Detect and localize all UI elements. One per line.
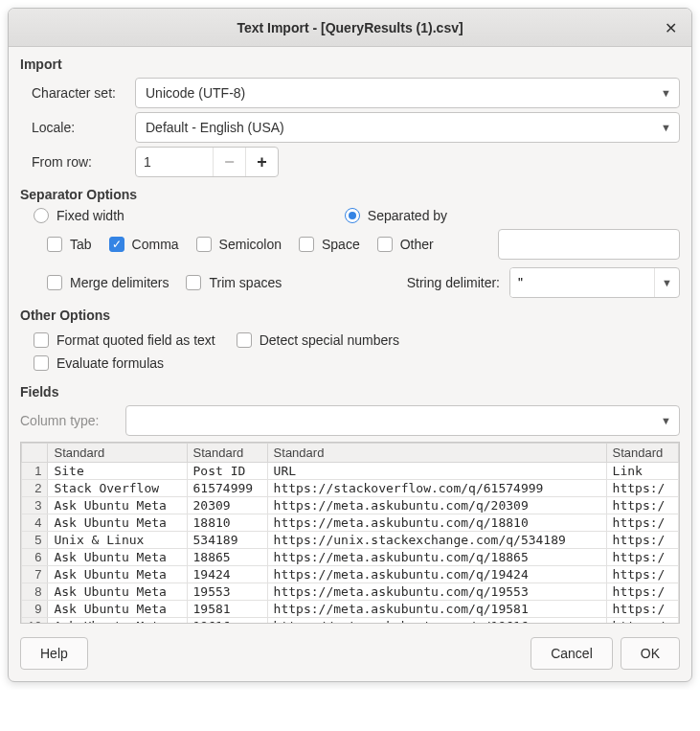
cell[interactable]: Ask Ubuntu Meta — [48, 601, 187, 618]
chevron-down-icon: ▼ — [661, 415, 671, 426]
preview-grid[interactable]: StandardStandardStandardStandard1SitePos… — [20, 442, 680, 624]
cell[interactable]: 534189 — [187, 532, 267, 549]
chevron-down-icon: ▼ — [661, 122, 671, 133]
cell[interactable]: https:/ — [606, 566, 678, 583]
locale-select[interactable]: Default - English (USA) ▼ — [135, 112, 680, 143]
table-row[interactable]: 10Ask Ubuntu Meta19616https://meta.askub… — [22, 618, 679, 625]
cell[interactable]: 19616 — [187, 618, 267, 625]
cell[interactable]: https:/ — [606, 583, 678, 601]
column-header[interactable]: Standard — [267, 444, 606, 463]
cell[interactable]: https:/ — [606, 549, 678, 566]
check-comma[interactable]: Comma — [109, 237, 179, 252]
cell[interactable]: Ask Ubuntu Meta — [48, 549, 187, 566]
column-type-select[interactable]: ▼ — [125, 405, 680, 436]
cell[interactable]: Ask Ubuntu Meta — [48, 583, 187, 601]
check-semicolon[interactable]: Semicolon — [196, 237, 282, 252]
string-delimiter-combo[interactable]: ▼ — [509, 267, 680, 298]
cell[interactable]: https://unix.stackexchange.com/q/534189 — [267, 532, 606, 549]
locale-value: Default - English (USA) — [146, 120, 284, 135]
titlebar: Text Import - [QueryResults (1).csv] ✕ — [9, 9, 691, 47]
table-row[interactable]: 1SitePost IDURLLink — [22, 463, 679, 480]
other-separator-input[interactable] — [498, 229, 680, 260]
checkbox-icon — [34, 332, 49, 348]
check-other[interactable]: Other — [377, 237, 434, 252]
cell[interactable]: https://meta.askubuntu.com/q/20309 — [267, 497, 606, 514]
radio-icon — [345, 208, 360, 223]
cell[interactable]: 19424 — [187, 566, 267, 583]
cell[interactable]: Ask Ubuntu Meta — [48, 497, 187, 514]
cell[interactable]: https://meta.askubuntu.com/q/19616 — [267, 618, 606, 625]
cell[interactable]: https:/ — [606, 480, 678, 497]
check-trim-spaces[interactable]: Trim spaces — [186, 275, 282, 290]
column-header[interactable]: Standard — [606, 444, 678, 463]
cell[interactable]: https:/ — [606, 514, 678, 532]
table-row[interactable]: 9Ask Ubuntu Meta19581https://meta.askubu… — [22, 601, 679, 618]
table-row[interactable]: 8Ask Ubuntu Meta19553https://meta.askubu… — [22, 583, 679, 601]
minus-icon[interactable]: − — [213, 148, 245, 176]
table-row[interactable]: 5Unix & Linux534189https://unix.stackexc… — [22, 532, 679, 549]
check-detect-special[interactable]: Detect special numbers — [237, 332, 399, 348]
chevron-down-icon[interactable]: ▼ — [654, 268, 679, 297]
cancel-button[interactable]: Cancel — [531, 637, 613, 670]
section-fields-heading: Fields — [20, 384, 680, 400]
table-row[interactable]: 2Stack Overflow61574999https://stackover… — [22, 480, 679, 497]
table-row[interactable]: 3Ask Ubuntu Meta20309https://meta.askubu… — [22, 497, 679, 514]
row-number: 10 — [22, 618, 48, 625]
cell[interactable]: Unix & Linux — [48, 532, 187, 549]
cell[interactable]: https://meta.askubuntu.com/q/19424 — [267, 566, 606, 583]
table-row[interactable]: 4Ask Ubuntu Meta18810https://meta.askubu… — [22, 514, 679, 532]
cell[interactable]: https:/ — [606, 497, 678, 514]
row-number: 3 — [22, 497, 48, 514]
cell[interactable]: https://meta.askubuntu.com/q/18865 — [267, 549, 606, 566]
cell[interactable]: Ask Ubuntu Meta — [48, 618, 187, 625]
cell[interactable]: https:/ — [606, 601, 678, 618]
column-header[interactable]: Standard — [48, 444, 187, 463]
cell[interactable]: https://meta.askubuntu.com/q/19553 — [267, 583, 606, 601]
cell[interactable]: Stack Overflow — [48, 480, 187, 497]
radio-fixed-label: Fixed width — [56, 208, 124, 223]
close-icon[interactable]: ✕ — [659, 16, 682, 39]
radio-separated-by[interactable]: Separated by — [345, 208, 447, 223]
table-row[interactable]: 6Ask Ubuntu Meta18865https://meta.askubu… — [22, 549, 679, 566]
row-number: 7 — [22, 566, 48, 583]
cell[interactable]: 18810 — [187, 514, 267, 532]
cell[interactable]: URL — [267, 463, 606, 480]
cell[interactable]: https:/ — [606, 618, 678, 625]
cell[interactable]: 61574999 — [187, 480, 267, 497]
cell[interactable]: https://meta.askubuntu.com/q/18810 — [267, 514, 606, 532]
cell[interactable]: Site — [48, 463, 187, 480]
row-number: 9 — [22, 601, 48, 618]
cell[interactable]: https:/ — [606, 532, 678, 549]
checkbox-icon — [299, 237, 314, 252]
check-evaluate-formulas[interactable]: Evaluate formulas — [34, 355, 164, 371]
fromrow-stepper[interactable]: − + — [135, 147, 279, 177]
check-tab[interactable]: Tab — [47, 237, 92, 252]
checkbox-icon — [109, 237, 124, 252]
cell[interactable]: https://meta.askubuntu.com/q/19581 — [267, 601, 606, 618]
checkbox-icon — [237, 332, 252, 348]
dialog-window: Text Import - [QueryResults (1).csv] ✕ I… — [8, 8, 692, 682]
help-button[interactable]: Help — [20, 637, 88, 670]
row-number: 1 — [22, 463, 48, 480]
radio-fixed-width[interactable]: Fixed width — [34, 208, 124, 223]
cell[interactable]: 18865 — [187, 549, 267, 566]
check-space[interactable]: Space — [299, 237, 360, 252]
string-delimiter-input[interactable] — [510, 268, 654, 297]
column-header[interactable]: Standard — [187, 444, 267, 463]
cell[interactable]: Ask Ubuntu Meta — [48, 566, 187, 583]
cell[interactable]: Post ID — [187, 463, 267, 480]
cell[interactable]: Ask Ubuntu Meta — [48, 514, 187, 532]
cell[interactable]: https://stackoverflow.com/q/61574999 — [267, 480, 606, 497]
cell[interactable]: Link — [606, 463, 678, 480]
check-format-quoted[interactable]: Format quoted field as text — [34, 332, 215, 348]
fromrow-input[interactable] — [136, 148, 213, 176]
check-merge-delimiters[interactable]: Merge delimiters — [47, 275, 169, 290]
cell[interactable]: 19581 — [187, 601, 267, 618]
table-row[interactable]: 7Ask Ubuntu Meta19424https://meta.askubu… — [22, 566, 679, 583]
charset-select[interactable]: Unicode (UTF-8) ▼ — [135, 78, 680, 108]
cell[interactable]: 20309 — [187, 497, 267, 514]
cell[interactable]: 19553 — [187, 583, 267, 601]
row-number: 5 — [22, 532, 48, 549]
plus-icon[interactable]: + — [245, 148, 278, 176]
ok-button[interactable]: OK — [621, 637, 680, 670]
